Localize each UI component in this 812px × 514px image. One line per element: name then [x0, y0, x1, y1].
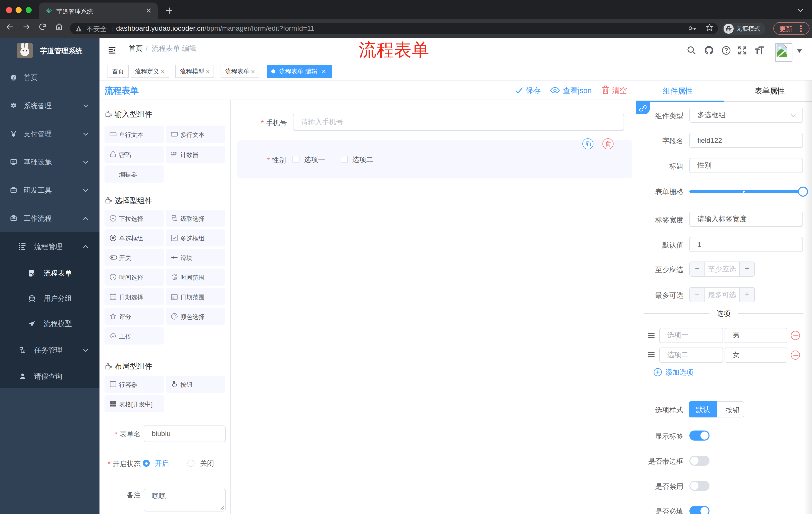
svg-text:123: 123	[171, 151, 177, 155]
